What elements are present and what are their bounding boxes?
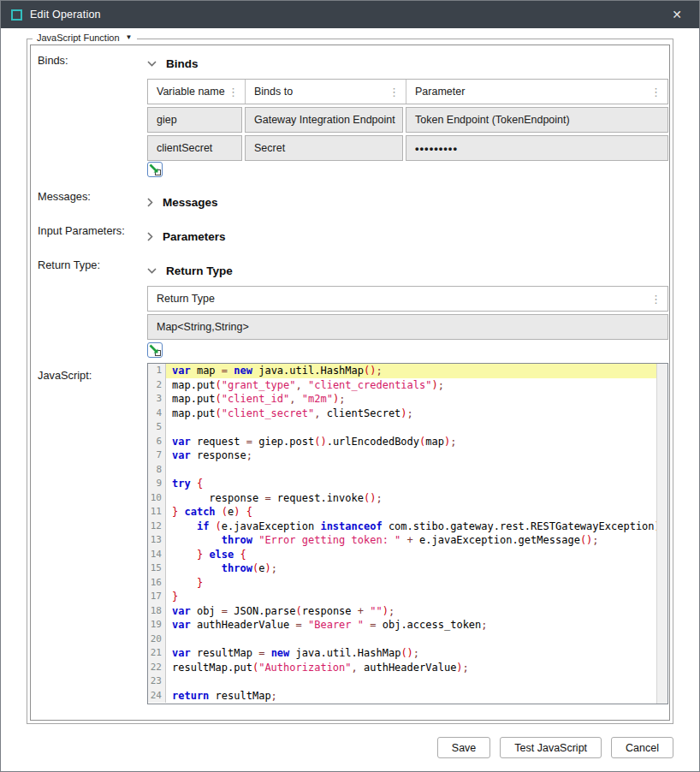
code-line[interactable]: 18var obj = JSON.parse(response + ""); [148, 604, 656, 619]
code-text[interactable]: response = request.invoke(); [166, 491, 656, 506]
binds-label: Binds: [38, 54, 68, 67]
edit-return-type-button[interactable] [147, 342, 163, 359]
code-line[interactable]: 17} [148, 590, 656, 604]
code-text[interactable]: var authHeaderValue = "Bearer " = obj.ac… [166, 618, 656, 632]
code-text[interactable] [166, 674, 656, 689]
parameters-section-header[interactable]: Parameters [147, 230, 226, 243]
code-text[interactable]: } else { [166, 548, 656, 562]
line-number: 8 [148, 463, 166, 478]
code-text[interactable]: var resultMap = new java.util.HashMap(); [166, 646, 656, 661]
code-line[interactable]: 24return resultMap; [148, 689, 656, 704]
binds-section-header[interactable]: Binds [147, 57, 199, 70]
table-cell[interactable]: Token Endpoint (TokenEndpoint) [406, 107, 668, 133]
code-text[interactable]: throw(e); [166, 561, 656, 576]
group-legend[interactable]: JavaScript Function ▼ [33, 33, 137, 43]
code-line[interactable]: 9try { [148, 477, 656, 491]
code-line[interactable]: 22resultMap.put("Authorization", authHea… [148, 661, 656, 675]
table-cell[interactable]: Secret [245, 135, 403, 161]
code-line[interactable]: 23 [148, 674, 656, 689]
chevron-right-icon [147, 198, 153, 207]
code-text[interactable]: resultMap.put("Authorization", authHeade… [166, 661, 656, 675]
line-number: 3 [148, 392, 166, 407]
code-line[interactable]: 13 throw "Error getting token: " + e.jav… [148, 533, 656, 548]
line-number: 16 [148, 576, 166, 591]
code-text[interactable]: if (e.javaException instanceof com.stibo… [166, 520, 656, 534]
code-line[interactable]: 14 } else { [148, 548, 656, 562]
table-cell[interactable]: clientSecret [147, 135, 242, 161]
table-cell[interactable]: Gateway Integration Endpoint [245, 107, 403, 133]
javascript-code-editor[interactable]: 1var map = new java.util.HashMap();2map.… [147, 363, 668, 704]
table-cell[interactable]: giep [147, 107, 242, 133]
code-line[interactable]: 1var map = new java.util.HashMap(); [148, 364, 656, 378]
code-line[interactable]: 5 [148, 420, 656, 435]
code-area[interactable]: 1var map = new java.util.HashMap();2map.… [148, 364, 656, 704]
code-line[interactable]: 21var resultMap = new java.util.HashMap(… [148, 646, 656, 661]
cancel-button[interactable]: Cancel [611, 737, 673, 758]
column-menu-icon[interactable]: ⋮ [228, 86, 239, 98]
column-menu-icon[interactable]: ⋮ [650, 86, 661, 98]
code-line[interactable]: 11} catch (e) { [148, 505, 656, 520]
code-line[interactable]: 6var request = giep.post().urlEncodedBod… [148, 435, 656, 449]
messages-section-header[interactable]: Messages [147, 196, 218, 209]
code-text[interactable]: } [166, 576, 656, 591]
dropdown-arrow-icon: ▼ [126, 34, 133, 41]
code-text[interactable]: map.put("client_secret", clientSecret); [166, 407, 656, 421]
code-text[interactable]: var response; [166, 448, 656, 463]
code-line[interactable]: 8 [148, 463, 656, 478]
test-javascript-button[interactable]: Test JavaScript [500, 737, 602, 758]
save-button[interactable]: Save [437, 737, 491, 758]
table-cell[interactable]: Map<String,String> [147, 314, 668, 340]
code-text[interactable]: map.put("client_id", "m2m"); [166, 392, 656, 407]
column-header-label: Binds to [254, 86, 293, 98]
column-header[interactable]: Return Type⋮ [148, 287, 667, 311]
line-number: 9 [148, 477, 166, 491]
code-text[interactable] [166, 632, 656, 647]
code-line[interactable]: 3map.put("client_id", "m2m"); [148, 392, 656, 407]
line-number: 21 [148, 646, 166, 661]
column-header[interactable]: Binds to⋮ [246, 80, 406, 104]
code-text[interactable]: } [166, 590, 656, 604]
code-text[interactable]: map.put("grant_type", "client_credential… [166, 378, 656, 393]
table-cell[interactable]: ••••••••• [406, 135, 668, 161]
code-line[interactable]: 19var authHeaderValue = "Bearer " = obj.… [148, 618, 656, 632]
table-row: clientSecretSecret••••••••• [147, 135, 668, 161]
binds-section-title: Binds [166, 57, 199, 70]
edit-binds-button[interactable] [147, 162, 163, 178]
return-type-section-header[interactable]: Return Type [147, 264, 233, 277]
line-number: 6 [148, 435, 166, 449]
binds-table: Variable name⋮Binds to⋮Parameter⋮ giepGa… [147, 79, 668, 161]
column-header[interactable]: Parameter⋮ [406, 80, 667, 104]
column-menu-icon[interactable]: ⋮ [389, 86, 400, 98]
binds-table-header: Variable name⋮Binds to⋮Parameter⋮ [147, 79, 668, 104]
code-line[interactable]: 15 throw(e); [148, 561, 656, 576]
code-text[interactable] [166, 420, 656, 435]
line-number: 7 [148, 448, 166, 463]
chevron-right-icon [147, 232, 153, 241]
table-row: Map<String,String> [147, 314, 668, 340]
code-text[interactable]: throw "Error getting token: " + e.javaEx… [166, 533, 656, 548]
code-line[interactable]: 10 response = request.invoke(); [148, 491, 656, 506]
code-text[interactable]: var obj = JSON.parse(response + ""); [166, 604, 656, 619]
chevron-down-icon [147, 61, 157, 67]
code-text[interactable]: try { [166, 477, 656, 491]
code-line[interactable]: 2map.put("grant_type", "client_credentia… [148, 378, 656, 393]
code-line[interactable]: 7var response; [148, 448, 656, 463]
code-text[interactable]: var request = giep.post().urlEncodedBody… [166, 435, 656, 449]
code-line[interactable]: 4map.put("client_secret", clientSecret); [148, 407, 656, 421]
code-line[interactable]: 20 [148, 632, 656, 647]
code-text[interactable]: } catch (e) { [166, 505, 656, 520]
code-line[interactable]: 12 if (e.javaException instanceof com.st… [148, 520, 656, 534]
code-text[interactable]: var map = new java.util.HashMap(); [166, 364, 656, 378]
code-line[interactable]: 16 } [148, 576, 656, 591]
vertical-scrollbar[interactable] [656, 364, 667, 704]
code-text[interactable] [166, 463, 656, 478]
line-number: 2 [148, 378, 166, 393]
code-text[interactable]: return resultMap; [166, 689, 656, 704]
return-type-table-header: Return Type⋮ [147, 286, 668, 312]
title-bar[interactable]: Edit Operation ✕ [1, 1, 699, 28]
return-type-section-title: Return Type [166, 264, 233, 277]
close-icon[interactable]: ✕ [665, 3, 689, 27]
messages-section-title: Messages [163, 196, 218, 209]
column-menu-icon[interactable]: ⋮ [650, 294, 661, 305]
column-header[interactable]: Variable name⋮ [148, 80, 246, 104]
